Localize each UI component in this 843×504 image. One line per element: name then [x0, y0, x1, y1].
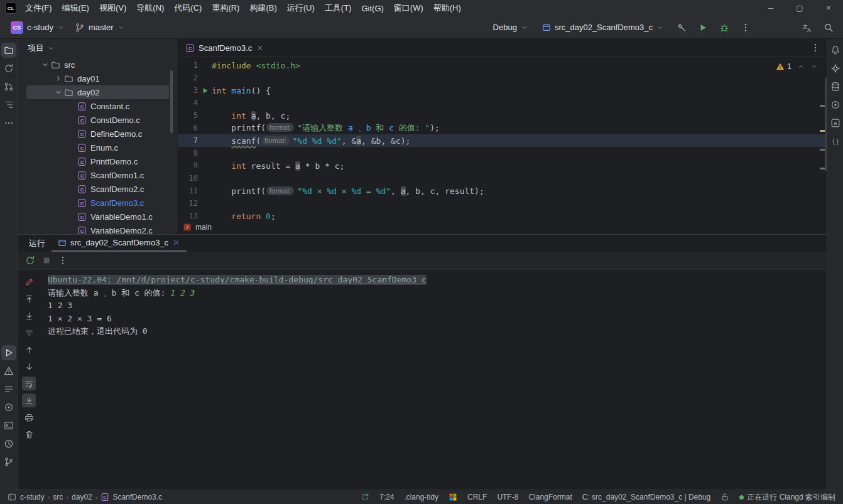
status-breadcrumb-c-study[interactable]: c-study: [20, 493, 45, 501]
tool-structure[interactable]: [1, 97, 16, 112]
tool-profiler[interactable]: [1, 436, 16, 451]
previous-occurrence-button[interactable]: [22, 343, 36, 357]
tool-project[interactable]: [1, 43, 16, 58]
maximize-button[interactable]: ▢: [785, 0, 814, 16]
tree-item-scanfdemo3-c[interactable]: CScanfDemo3.c: [18, 196, 178, 210]
branch-widget[interactable]: master: [70, 20, 129, 35]
project-widget[interactable]: CS c-study: [6, 19, 69, 36]
line-number[interactable]: 7: [178, 136, 198, 145]
close-button[interactable]: ×: [814, 0, 843, 16]
tool-services-hub[interactable]: [828, 97, 843, 112]
console-output[interactable]: Ubuntu-22.04: /mnt/d/project/c-study/cma…: [40, 270, 827, 490]
menu-item-git-g[interactable]: Git(G): [356, 0, 388, 16]
tool-ai-assistant[interactable]: [828, 61, 843, 76]
rerun-button[interactable]: [23, 253, 38, 268]
menu-item-n[interactable]: 导航(N): [131, 0, 169, 16]
clear-all-button[interactable]: [22, 427, 36, 441]
line-number[interactable]: 3: [178, 86, 198, 95]
editor-tab-scanfdemo3-c[interactable]: C ScanfDemo3.c: [178, 39, 271, 56]
tool-terminal[interactable]: [1, 418, 16, 433]
filter-output-button[interactable]: [22, 326, 36, 340]
tree-item-constdemo-c[interactable]: CConstDemo.c: [18, 113, 178, 127]
run-arrow-icon[interactable]: [201, 87, 209, 95]
line-number[interactable]: 8: [178, 149, 198, 158]
tool-commit[interactable]: [1, 61, 16, 76]
line-number[interactable]: 13: [178, 212, 198, 220]
run-console-tab[interactable]: src_day02_ScanfDemo3_c: [52, 235, 187, 252]
scroll-to-end-button[interactable]: [22, 394, 36, 407]
soft-wrap-button[interactable]: [22, 377, 36, 390]
menu-item-b[interactable]: 构建(B): [244, 0, 281, 16]
prev-problem-button[interactable]: [797, 63, 805, 70]
first-occurrence-button[interactable]: [22, 292, 36, 306]
tree-item-definedemo-c[interactable]: CDefineDemo.c: [18, 127, 178, 141]
tool-problems[interactable]: [1, 363, 16, 378]
status-breadcrumb-day02[interactable]: day02: [72, 493, 92, 501]
tree-item-day01[interactable]: day01: [18, 72, 178, 85]
file-lock-toggle[interactable]: [721, 493, 729, 501]
menu-item-r[interactable]: 重构(R): [207, 0, 244, 16]
debug-button[interactable]: [716, 19, 732, 36]
tree-scrollbar[interactable]: [170, 70, 173, 133]
last-occurrence-button[interactable]: [22, 309, 36, 323]
chevron-down-icon[interactable]: [47, 45, 55, 52]
line-number[interactable]: 5: [178, 111, 198, 120]
tree-item-scanfdemo2-c[interactable]: CScanfDemo2.c: [18, 182, 178, 196]
editor-scrollbar[interactable]: [825, 77, 827, 171]
tool-letter-a[interactable]: A: [828, 115, 843, 131]
close-icon[interactable]: [172, 239, 180, 247]
tree-item-day02[interactable]: day02: [18, 85, 178, 99]
run-gutter[interactable]: [198, 84, 212, 97]
tree-item-variabledemo2-c[interactable]: CVariableDemo2.c: [18, 223, 178, 234]
menu-item-e[interactable]: 编辑(E): [57, 0, 94, 16]
tool-json[interactable]: { }: [828, 134, 843, 149]
tool-notifications[interactable]: [828, 43, 843, 58]
tree-item-variabledemo1-c[interactable]: CVariableDemo1.c: [18, 210, 178, 223]
search-everywhere-button[interactable]: [820, 19, 837, 36]
menu-item-w[interactable]: 窗口(W): [389, 0, 428, 16]
line-number[interactable]: 6: [178, 124, 198, 132]
tool-services[interactable]: [1, 400, 16, 415]
breadcrumb-function[interactable]: main: [195, 223, 212, 232]
next-occurrence-button[interactable]: [22, 360, 36, 373]
menu-item-f[interactable]: 文件(F): [20, 0, 57, 16]
tool-run[interactable]: [1, 345, 16, 360]
menu-item-v[interactable]: 视图(V): [94, 0, 131, 16]
layout-panel-icon[interactable]: [8, 493, 16, 501]
tool-database[interactable]: [828, 79, 843, 94]
analysis-status[interactable]: [361, 493, 369, 501]
line-number[interactable]: 11: [178, 186, 198, 195]
status-breadcrumb-src[interactable]: src: [53, 493, 63, 501]
line-number[interactable]: 12: [178, 199, 198, 208]
code-formatter[interactable]: ClangFormat: [528, 493, 572, 501]
tree-item-src[interactable]: src: [18, 58, 178, 72]
minimize-button[interactable]: ─: [756, 0, 785, 16]
code-editor[interactable]: 1#include <stdio.h>23int main() {45 int …: [178, 57, 827, 220]
tool-todo[interactable]: [1, 382, 16, 397]
line-number[interactable]: 10: [178, 174, 198, 183]
menu-item-t[interactable]: 工具(T): [320, 0, 357, 16]
chevron-right-icon[interactable]: [53, 73, 64, 83]
clang-tidy-status[interactable]: .clang-tidy: [404, 493, 438, 501]
console-more-options-button[interactable]: [55, 253, 70, 268]
chevron-down-icon[interactable]: [40, 60, 51, 70]
tree-item-enum-c[interactable]: CEnum.c: [18, 141, 178, 154]
line-number[interactable]: 1: [178, 61, 198, 70]
more-actions-button[interactable]: [737, 19, 754, 36]
menu-item-c[interactable]: 代码(C): [169, 0, 207, 16]
resolve-context[interactable]: C: src_day02_ScanfDemo3_c | Debug: [582, 493, 711, 501]
menu-item-u[interactable]: 运行(U): [282, 0, 320, 16]
build-button[interactable]: [673, 19, 690, 36]
tree-item-printfdemo-c[interactable]: CPrintfDemo.c: [18, 154, 178, 168]
tool-version-control[interactable]: [1, 454, 16, 469]
edit-configuration-button[interactable]: [22, 275, 36, 289]
chevron-down-icon[interactable]: [53, 87, 64, 97]
translate-button[interactable]: 文A: [799, 19, 815, 36]
run-button[interactable]: [695, 19, 711, 36]
tool-more[interactable]: [1, 115, 16, 131]
console-command-link[interactable]: Ubuntu-22.04: /mnt/d/project/c-study/cma…: [48, 275, 427, 284]
status-breadcrumb-scanfdemo3-c[interactable]: ScanfDemo3.c: [112, 493, 162, 501]
tree-item-constant-c[interactable]: CConstant.c: [18, 99, 178, 113]
file-encoding[interactable]: UTF-8: [497, 493, 518, 501]
run-config-selector[interactable]: src_day02_ScanfDemo3_c: [538, 20, 668, 35]
